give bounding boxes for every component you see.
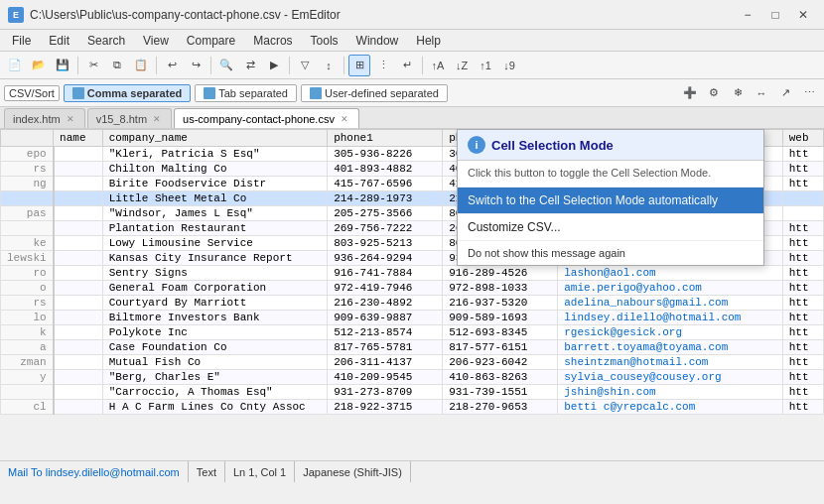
file-tab-index-close[interactable]: ✕ — [65, 114, 76, 124]
tab-separated-tab[interactable]: Tab separated — [195, 84, 297, 102]
name-cell — [54, 147, 103, 162]
file-tab-v15-close[interactable]: ✕ — [151, 114, 163, 124]
popup-title: Cell Selection Mode — [491, 138, 614, 153]
save-button[interactable]: 💾 — [52, 55, 73, 76]
find-next-button[interactable]: ▶ — [263, 55, 285, 76]
status-encoding: Text — [189, 461, 225, 482]
new-button[interactable]: 📄 — [4, 55, 26, 76]
table-row: roSentry Signs916-741-7884916-289-4526la… — [1, 266, 824, 281]
line-number-cell: lewski — [1, 251, 54, 266]
status-mail-link[interactable]: Mail To lindsey.dilello@hotmail.com — [8, 466, 180, 478]
email-cell: betti c@yrepcalc.com — [558, 400, 782, 415]
phone1-cell: 214-289-1973 — [328, 191, 443, 206]
line-number-cell: ng — [1, 177, 54, 191]
undo-button[interactable]: ↩ — [161, 55, 183, 76]
name-cell — [54, 251, 103, 266]
phone1-cell: 512-213-8574 — [328, 325, 443, 340]
menu-file[interactable]: File — [4, 32, 39, 50]
comma-separated-tab[interactable]: Comma separated — [64, 84, 191, 102]
phone1-cell: 817-765-5781 — [328, 340, 443, 355]
phone1-cell: 206-311-4137 — [328, 355, 443, 370]
company-cell: Birite Foodservice Distr — [102, 177, 327, 191]
popup-option-no-show[interactable]: Do not show this message again — [458, 241, 763, 265]
file-tab-index[interactable]: index.htm ✕ — [4, 108, 85, 128]
popup-option-customize[interactable]: Customize CSV... — [458, 214, 763, 241]
table-row: oGeneral Foam Corporation972-419-7946972… — [1, 281, 824, 296]
menu-search[interactable]: Search — [79, 32, 133, 50]
web-cell: htt — [782, 221, 823, 236]
line-number-cell: a — [1, 340, 54, 355]
copy-button[interactable]: ⧉ — [106, 55, 128, 76]
column-mode-button[interactable]: ⋮ — [372, 55, 394, 76]
company-cell: Courtyard By Marriott — [102, 296, 327, 311]
col-header-name[interactable]: name — [54, 130, 103, 147]
minimize-button[interactable]: − — [735, 4, 760, 26]
maximize-button[interactable]: □ — [762, 4, 788, 26]
jump-button[interactable]: ↗ — [774, 82, 796, 104]
menu-edit[interactable]: Edit — [41, 32, 77, 50]
company-cell: Little Sheet Metal Co — [102, 191, 327, 206]
add-column-button[interactable]: ➕ — [679, 82, 701, 104]
line-number-cell: o — [1, 281, 54, 296]
fit-column-button[interactable]: ↔ — [751, 82, 772, 104]
phone1-cell: 218-922-3715 — [328, 400, 443, 415]
wrap-button[interactable]: ↵ — [396, 55, 418, 76]
sort-num-asc-button[interactable]: ↑1 — [475, 55, 496, 76]
company-cell: "Carroccio, A Thomas Esq" — [102, 385, 327, 400]
col-header-web[interactable]: web — [782, 130, 823, 147]
title-bar-left: E C:\Users\Public\us-company-contact-pho… — [8, 7, 341, 23]
email-cell: sylvia_cousey@cousey.org — [558, 370, 782, 385]
status-language-text: Japanese (Shift-JIS) — [303, 466, 402, 478]
file-tab-csv-close[interactable]: ✕ — [339, 114, 350, 124]
csv-extra-button[interactable]: ⋯ — [798, 82, 820, 104]
close-button[interactable]: ✕ — [790, 4, 816, 26]
phone1-cell: 916-741-7884 — [328, 266, 443, 281]
menu-view[interactable]: View — [135, 32, 177, 50]
line-number-cell: pas — [1, 206, 54, 221]
company-cell: Chilton Malting Co — [102, 162, 327, 177]
file-tab-v15[interactable]: v15_8.htm ✕ — [87, 108, 172, 128]
web-cell: htt — [782, 147, 823, 162]
search-button[interactable]: 🔍 — [215, 55, 237, 76]
col-header-company[interactable]: company_name — [102, 130, 327, 147]
name-cell — [54, 236, 103, 251]
sort-asc-button[interactable]: ↑A — [427, 55, 449, 76]
name-cell — [54, 191, 103, 206]
menu-help[interactable]: Help — [408, 32, 449, 50]
phone2-cell: 512-693-8345 — [443, 325, 558, 340]
column-settings-button[interactable]: ⚙ — [703, 82, 725, 104]
menu-tools[interactable]: Tools — [303, 32, 346, 50]
comma-tab-icon — [72, 87, 84, 99]
freeze-column-button[interactable]: ❄ — [727, 82, 749, 104]
menu-compare[interactable]: Compare — [179, 32, 243, 50]
user-defined-tab[interactable]: User-defined separated — [301, 84, 448, 102]
open-button[interactable]: 📂 — [28, 55, 50, 76]
replace-button[interactable]: ⇄ — [239, 55, 261, 76]
file-tab-csv[interactable]: us-company-contact-phone.csv ✕ — [174, 108, 359, 128]
name-cell — [54, 340, 103, 355]
cut-button[interactable]: ✂ — [82, 55, 104, 76]
phone2-cell: 909-589-1693 — [443, 311, 558, 325]
sort-num-desc-button[interactable]: ↓9 — [498, 55, 520, 76]
name-cell — [54, 281, 103, 296]
paste-button[interactable]: 📋 — [130, 55, 152, 76]
line-number-cell: ke — [1, 236, 54, 251]
main-content: name company_name phone1 phone2 web epo"… — [0, 129, 824, 482]
popup-option-auto[interactable]: Switch to the Cell Selection Mode automa… — [458, 188, 763, 214]
menu-macros[interactable]: Macros — [245, 32, 300, 50]
redo-button[interactable]: ↪ — [185, 55, 206, 76]
web-cell: htt — [782, 355, 823, 370]
sort-desc-button[interactable]: ↓Z — [451, 55, 473, 76]
name-cell — [54, 370, 103, 385]
col-header-phone1[interactable]: phone1 — [328, 130, 443, 147]
phone1-cell: 972-419-7946 — [328, 281, 443, 296]
menu-window[interactable]: Window — [348, 32, 407, 50]
email-cell: barrett.toyama@toyama.com — [558, 340, 782, 355]
filter-button[interactable]: ▽ — [294, 55, 316, 76]
sort-button[interactable]: ↕ — [318, 55, 340, 76]
company-cell: H A C Farm Lines Co Cnty Assoc — [102, 400, 327, 415]
company-cell: "Windsor, James L Esq" — [102, 206, 327, 221]
file-tabs: index.htm ✕ v15_8.htm ✕ us-company-conta… — [0, 107, 824, 129]
cell-mode-button[interactable]: ⊞ — [348, 55, 370, 76]
separator-6 — [422, 57, 423, 74]
